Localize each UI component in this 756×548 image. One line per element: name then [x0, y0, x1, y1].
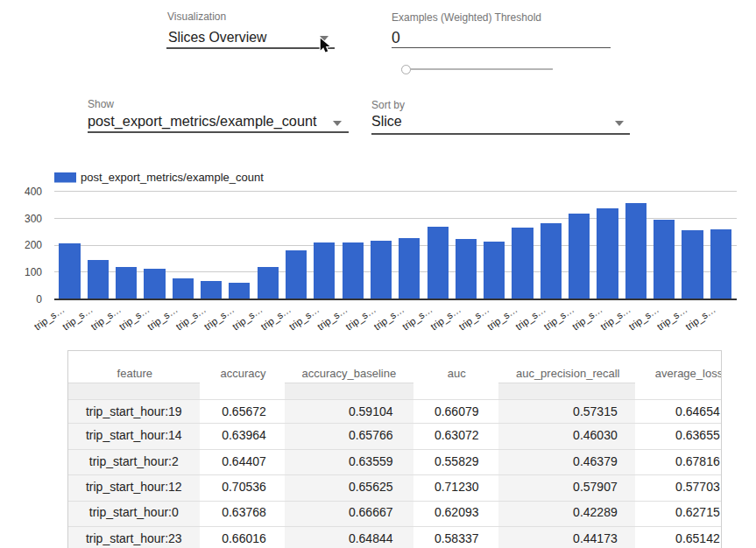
svg-text:trip_s…: trip_s…: [258, 304, 293, 332]
svg-text:300: 300: [25, 213, 42, 225]
svg-text:trip_s…: trip_s…: [627, 304, 661, 332]
svg-text:post_export_metrics/example_co: post_export_metrics/example_count: [81, 171, 264, 184]
svg-text:100: 100: [25, 266, 42, 278]
svg-text:200: 200: [25, 239, 42, 251]
svg-text:trip_s…: trip_s…: [428, 304, 463, 332]
svg-text:trip_s…: trip_s…: [343, 304, 378, 332]
svg-text:trip_s…: trip_s…: [173, 304, 208, 332]
svg-text:trip_s…: trip_s…: [202, 304, 237, 332]
svg-text:trip_s…: trip_s…: [315, 304, 350, 332]
svg-text:trip_s…: trip_s…: [400, 304, 435, 332]
svg-text:trip_s…: trip_s…: [145, 304, 180, 332]
svg-text:trip_s…: trip_s…: [457, 304, 491, 332]
svg-text:trip_s…: trip_s…: [88, 304, 123, 332]
svg-text:trip_s…: trip_s…: [60, 304, 95, 332]
svg-text:trip_s…: trip_s…: [513, 304, 548, 332]
svg-text:trip_s…: trip_s…: [598, 304, 632, 332]
svg-text:trip_s…: trip_s…: [655, 304, 689, 332]
svg-text:0: 0: [36, 293, 42, 306]
svg-text:trip_s…: trip_s…: [372, 304, 406, 332]
svg-text:trip_s…: trip_s…: [485, 304, 519, 332]
svg-text:trip_s…: trip_s…: [117, 304, 152, 332]
svg-text:trip_s…: trip_s…: [32, 304, 67, 332]
svg-text:400: 400: [25, 186, 42, 198]
svg-text:trip_s…: trip_s…: [683, 304, 717, 332]
svg-text:trip_s…: trip_s…: [287, 304, 321, 332]
svg-text:trip_s…: trip_s…: [542, 304, 576, 332]
svg-text:trip_s…: trip_s…: [230, 304, 265, 332]
svg-text:trip_s…: trip_s…: [570, 304, 604, 332]
